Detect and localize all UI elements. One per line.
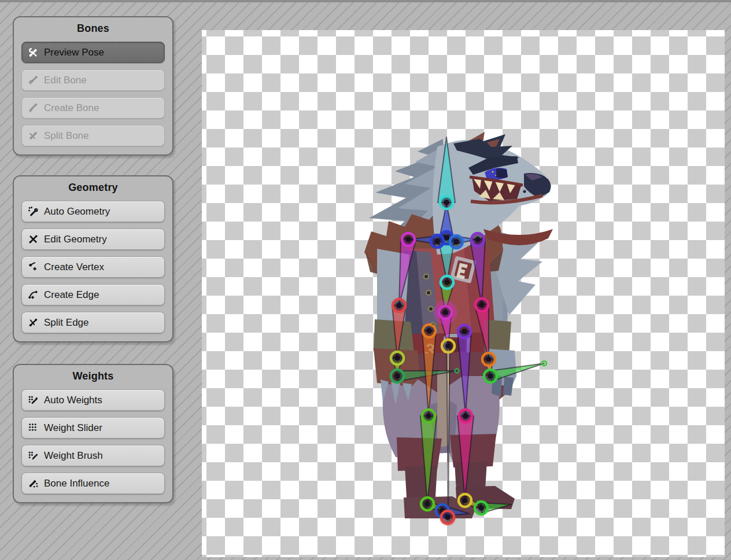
split-edge-label: Split Edge	[44, 317, 89, 329]
create-bone-button[interactable]: Create Bone	[21, 97, 165, 119]
preview-pose-label: Preview Pose	[44, 47, 104, 58]
joint-center-belly	[444, 279, 450, 285]
joint-center-ankle-l	[424, 501, 430, 507]
auto-geometry-label: Auto Geometry	[44, 206, 110, 218]
split-edge-icon	[28, 317, 39, 328]
edit-geometry-button[interactable]: Edit Geometry	[21, 229, 165, 250]
joint-center-hand-r	[488, 373, 493, 379]
bone-influence-label: Bone Influence	[44, 478, 109, 489]
split-bone-icon	[28, 130, 39, 141]
joint-center-shoulder-l	[405, 237, 411, 242]
weight-slider-icon	[28, 422, 39, 433]
joint-center-hip-l	[426, 413, 431, 419]
joint-center-chest-r	[453, 239, 459, 245]
joint-center-pelvis-l	[426, 328, 432, 334]
create-bone-label: Create Bone	[44, 102, 99, 114]
create-vertex-label: Create Vertex	[44, 261, 104, 273]
joint-center-mid-spine	[442, 310, 448, 315]
joint-center-wrist-l	[394, 355, 400, 361]
sprite-canvas[interactable]: 3	[202, 30, 725, 557]
panel-weights: Weights Auto Weights Weight Slider	[13, 364, 173, 503]
edit-bone-label: Edit Bone	[44, 75, 87, 86]
weight-brush-icon	[28, 450, 39, 461]
weight-slider-label: Weight Slider	[44, 422, 102, 434]
weight-slider-button[interactable]: Weight Slider	[21, 417, 165, 439]
joint-center-toe-l	[445, 514, 451, 520]
edit-bone-icon	[28, 75, 39, 86]
create-edge-label: Create Edge	[44, 289, 99, 301]
weight-brush-label: Weight Brush	[44, 450, 103, 462]
window-top-edge	[0, 0, 731, 2]
create-bone-icon	[28, 102, 39, 113]
joint-center-elbow-l	[396, 303, 402, 308]
weight-brush-button[interactable]: Weight Brush	[21, 445, 165, 466]
bone-influence-button[interactable]: Bone Influence	[21, 473, 165, 494]
joint-center-chest-l	[434, 238, 440, 244]
skinning-editor-window: { "window": { "workspace_background": "#…	[0, 0, 731, 560]
auto-geometry-icon	[28, 206, 39, 217]
panel-geometry-title: Geometry	[14, 176, 172, 196]
edit-geometry-label: Edit Geometry	[44, 234, 107, 245]
joint-center-wrist-r	[486, 356, 492, 362]
character-sprite: 3	[364, 132, 553, 518]
joint-center-hand-l	[394, 373, 400, 379]
create-vertex-button[interactable]: Create Vertex	[21, 256, 165, 278]
joint-center-neck	[444, 200, 449, 205]
create-vertex-icon	[28, 261, 39, 272]
joint-center-foot-r	[478, 505, 484, 511]
create-edge-icon	[28, 289, 39, 300]
create-edge-button[interactable]: Create Edge	[21, 284, 165, 305]
joint-center-waist	[445, 343, 451, 349]
panel-bones-title: Bones	[14, 17, 172, 36]
auto-geometry-button[interactable]: Auto Geometry	[21, 201, 165, 222]
panel-bones: Bones Preview Pose Edit Bone	[13, 16, 173, 156]
sprite-view: 3	[202, 30, 725, 557]
split-edge-button[interactable]: Split Edge	[21, 312, 165, 333]
panel-geometry: Geometry Auto Geometry Edit Geometry Cre	[13, 175, 173, 342]
auto-weights-label: Auto Weights	[44, 395, 102, 406]
panel-weights-title: Weights	[14, 365, 172, 384]
preview-pose-icon	[28, 47, 39, 58]
auto-weights-icon	[28, 395, 39, 406]
joint-center-ankle-r	[462, 498, 468, 503]
edit-bone-button[interactable]: Edit Bone	[21, 69, 165, 91]
bone-influence-icon	[28, 478, 39, 489]
joint-center-shoulder-r	[475, 237, 481, 242]
split-bone-label: Split Bone	[44, 130, 89, 142]
joint-center-elbow-r	[479, 302, 485, 308]
edit-geometry-icon	[28, 234, 39, 245]
split-bone-button[interactable]: Split Bone	[21, 125, 165, 146]
preview-pose-button[interactable]: Preview Pose	[21, 42, 165, 63]
auto-weights-button[interactable]: Auto Weights	[21, 389, 165, 411]
joint-center-pelvis-r	[462, 329, 467, 334]
joint-center-hip-r	[463, 413, 468, 419]
